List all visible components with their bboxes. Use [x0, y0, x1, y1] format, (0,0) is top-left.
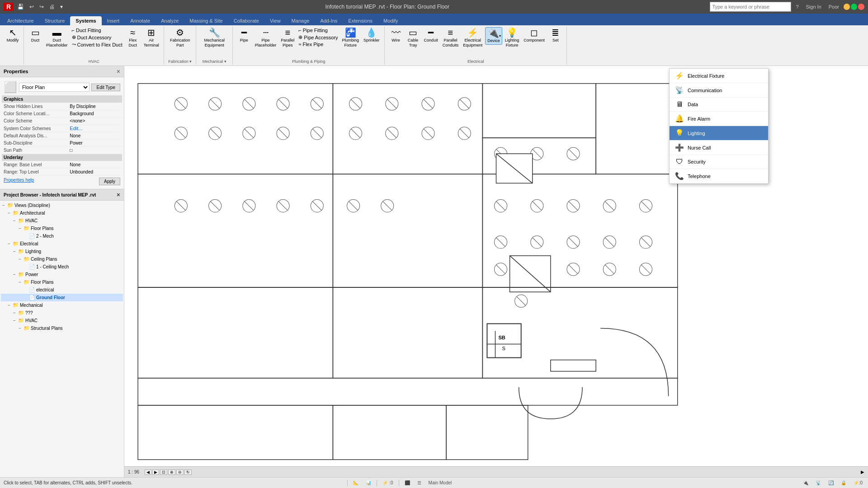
- duct-btn[interactable]: ▭ Duct: [27, 27, 43, 44]
- duct-placeholder-btn[interactable]: ▬ DuctPlaceholder: [44, 27, 70, 49]
- quick-redo[interactable]: ↪: [38, 3, 46, 11]
- flex-duct-btn[interactable]: ≈ FlexDuct: [125, 27, 141, 49]
- cable-tray-btn[interactable]: ▭ CableTray: [405, 27, 421, 49]
- rotate-btn[interactable]: ↻: [184, 469, 192, 475]
- list-item[interactable]: −📁Ceiling Plans: [1, 255, 123, 263]
- communication-label: Communication: [688, 88, 722, 93]
- close-btn[interactable]: ×: [858, 4, 864, 10]
- list-item[interactable]: 📄1 - Ceiling Mech: [1, 263, 123, 271]
- list-item[interactable]: 📄electrical: [1, 286, 123, 294]
- project-browser-close-btn[interactable]: ×: [117, 191, 120, 198]
- electrical-fixture-icon: ⚡: [675, 71, 684, 80]
- signin-btn[interactable]: Sign In: [803, 3, 824, 10]
- dropdown-electrical-fixture[interactable]: ⚡ Electrical Fixture: [670, 69, 768, 83]
- edit-type-btn[interactable]: Edit Type: [91, 84, 120, 91]
- tab-manage[interactable]: Manage: [286, 16, 315, 25]
- pipe-icon: ━: [241, 28, 247, 37]
- pipe-accessory-btn[interactable]: ⊕ Pipe Accessory: [297, 34, 339, 41]
- quick-more[interactable]: ▾: [58, 3, 65, 11]
- parallel-conduits-btn[interactable]: ≡ ParallelConduits: [441, 27, 461, 49]
- parallel-pipes-btn[interactable]: ≡ ParallelPipes: [279, 27, 296, 49]
- quick-print[interactable]: 🖨: [47, 3, 57, 11]
- properties-close-btn[interactable]: ×: [117, 68, 120, 75]
- minimize-btn[interactable]: −: [844, 4, 850, 10]
- duct-accessory-btn[interactable]: ⊕ Duct Accessory: [71, 34, 124, 41]
- help-btn[interactable]: ?: [793, 3, 801, 10]
- list-item[interactable]: −📁Electrical: [1, 240, 123, 248]
- zoom-in-btn[interactable]: ⊕: [168, 469, 175, 475]
- flex-pipe-btn[interactable]: ≈ Flex Pipe: [297, 41, 339, 47]
- tab-massing[interactable]: Massing & Site: [184, 16, 228, 25]
- dropdown-telephone[interactable]: 📞 Telephone: [670, 169, 768, 183]
- dropdown-nurse-call[interactable]: ➕ Nurse Call: [670, 141, 768, 155]
- quick-undo[interactable]: ↩: [28, 3, 36, 11]
- prev-view-btn[interactable]: ◀: [145, 469, 151, 475]
- apply-btn[interactable]: Apply: [99, 178, 120, 185]
- modify-btn[interactable]: ↖ Modify: [5, 27, 21, 44]
- tab-insert[interactable]: Insert: [102, 16, 125, 25]
- list-item[interactable]: −📁Lighting: [1, 248, 123, 255]
- sprinkler-btn[interactable]: 💧 Sprinkler: [362, 27, 382, 44]
- zoom-out-btn[interactable]: ⊖: [176, 469, 184, 475]
- air-terminal-btn[interactable]: ⊞ AirTerminal: [142, 27, 161, 49]
- dropdown-communication[interactable]: 📡 Communication: [670, 83, 768, 98]
- dropdown-fire-alarm[interactable]: 🔔 Fire Alarm: [670, 112, 768, 126]
- convert-flex-btn[interactable]: ⤳ Convert to Flex Duct: [71, 41, 124, 48]
- list-item[interactable]: 📄2 - Mech: [1, 232, 123, 240]
- list-item[interactable]: 📄Ground Floor: [1, 294, 123, 301]
- lighting-label: Lighting: [688, 131, 705, 136]
- next-view-btn[interactable]: ▶: [152, 469, 159, 475]
- list-item[interactable]: −📁Mechanical: [1, 301, 123, 309]
- plumbing-fixture-btn[interactable]: 🚰 PlumbingFixture: [340, 27, 361, 49]
- list-item[interactable]: −📁Architectural: [1, 209, 123, 217]
- duct-label: Duct: [31, 38, 40, 43]
- tab-extensions[interactable]: Extensions: [343, 16, 378, 25]
- tab-structure[interactable]: Structure: [39, 16, 71, 25]
- tab-systems[interactable]: Systems: [70, 16, 101, 25]
- dropdown-security[interactable]: 🛡 Security: [670, 155, 768, 169]
- svg-line-17: [176, 99, 185, 108]
- mechanical-equipment-btn[interactable]: 🔧 MechanicalEquipment: [203, 27, 227, 49]
- canvas-area[interactable]: SB S ⚡ Electrical Fixture 📡 Communicatio…: [124, 66, 868, 477]
- pipe-placeholder-btn[interactable]: ┄ PipePlaceholder: [253, 27, 278, 49]
- list-item[interactable]: −📁Views (Discipline): [1, 202, 123, 209]
- electrical-equipment-btn[interactable]: ⚡ ElectricalEquipment: [461, 27, 484, 49]
- list-item[interactable]: −📁HVAC: [1, 217, 123, 225]
- device-btn[interactable]: 🔌 Device ▾: [485, 27, 502, 45]
- user-btn[interactable]: Poor: [826, 3, 842, 10]
- list-item[interactable]: −📁Floor Plans: [1, 278, 123, 286]
- tab-addins[interactable]: Add-Ins: [315, 16, 343, 25]
- zoom-fit-btn[interactable]: ⊡: [160, 469, 167, 475]
- pipe-btn[interactable]: ━ Pipe: [236, 27, 252, 44]
- ribbon-search-input[interactable]: [710, 2, 791, 12]
- set-btn[interactable]: ≣ Set: [547, 27, 564, 44]
- edit-color-link[interactable]: Edit...: [70, 126, 82, 131]
- device-dropdown-menu: ⚡ Electrical Fixture 📡 Communication 🖥 D…: [669, 68, 769, 184]
- list-item[interactable]: −📁Floor Plans: [1, 225, 123, 232]
- dropdown-data[interactable]: 🖥 Data: [670, 98, 768, 112]
- tab-architecture[interactable]: Architecture: [2, 16, 39, 25]
- duct-fitting-btn[interactable]: ⌐ Duct Fitting: [71, 27, 124, 33]
- pipe-placeholder-icon: ┄: [263, 28, 269, 37]
- pipe-fitting-btn[interactable]: ⌐ Pipe Fitting: [297, 27, 339, 33]
- tab-analyze[interactable]: Analyze: [156, 16, 184, 25]
- properties-help-link[interactable]: Properties help: [4, 178, 34, 185]
- tab-view[interactable]: View: [264, 16, 286, 25]
- dropdown-lighting[interactable]: 💡 Lighting: [670, 126, 768, 141]
- lighting-fixture-btn[interactable]: 💡 LightingFixture: [503, 27, 521, 49]
- list-item[interactable]: −📁Structural Plans: [1, 324, 123, 332]
- quick-save[interactable]: 💾: [15, 3, 26, 11]
- conduit-btn[interactable]: ━ Conduit: [422, 27, 440, 44]
- component-btn[interactable]: ◻ Component: [522, 27, 547, 44]
- list-item[interactable]: −📁Power: [1, 271, 123, 278]
- maximize-btn[interactable]: □: [851, 4, 857, 10]
- tab-collaborate[interactable]: Collaborate: [228, 16, 264, 25]
- table-row: Underlay: [2, 154, 122, 161]
- prop-type-select[interactable]: Floor Plan: [19, 83, 90, 92]
- list-item[interactable]: −📁HVAC: [1, 317, 123, 324]
- tab-annotate[interactable]: Annotate: [125, 16, 156, 25]
- list-item[interactable]: −📁???: [1, 309, 123, 317]
- wire-btn[interactable]: 〰 Wire: [388, 27, 404, 44]
- tab-modify[interactable]: Modify: [378, 16, 403, 25]
- fabrication-part-btn[interactable]: ⚙ FabricationPart: [168, 27, 192, 49]
